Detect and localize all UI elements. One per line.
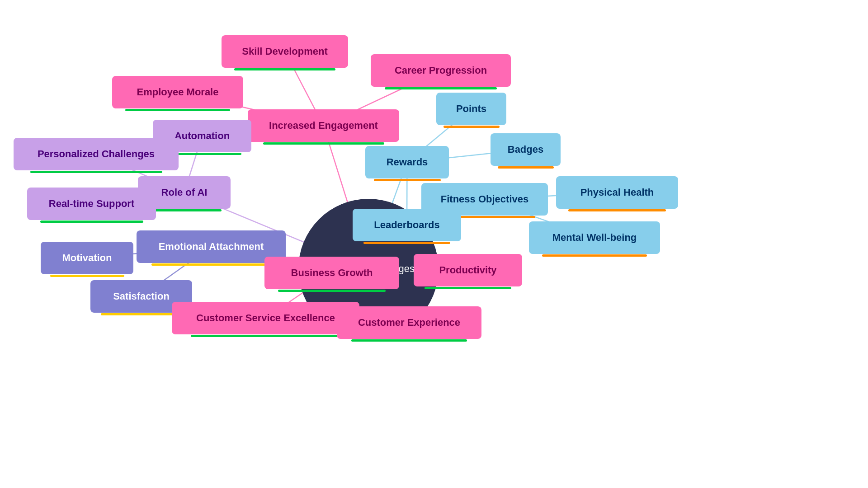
node-points: Points — [436, 93, 506, 125]
node-physical: Physical Health — [556, 176, 678, 209]
node-realtime: Real-time Support — [27, 188, 156, 220]
node-personalized: Personalized Challenges — [14, 138, 179, 170]
node-employee-morale: Employee Morale — [112, 76, 243, 108]
node-increased-eng: Increased Engagement — [248, 109, 399, 142]
node-business-growth: Business Growth — [264, 257, 399, 289]
node-cust-exp: Customer Experience — [337, 306, 481, 339]
node-leaderboards: Leaderboards — [353, 209, 461, 241]
node-rewards: Rewards — [365, 146, 449, 178]
node-motivation: Motivation — [41, 242, 133, 274]
node-career-prog: Career Progression — [371, 54, 511, 87]
mindmap-canvas: Gamified ChallengesSkill DevelopmentCare… — [0, 0, 868, 488]
node-mental: Mental Well-being — [529, 221, 660, 254]
node-emotional: Emotional Attachment — [137, 230, 286, 263]
node-badges: Badges — [491, 133, 561, 166]
node-skill-dev: Skill Development — [222, 35, 348, 68]
node-cust-svc: Customer Service Excellence — [172, 302, 359, 334]
node-productivity: Productivity — [414, 254, 522, 286]
